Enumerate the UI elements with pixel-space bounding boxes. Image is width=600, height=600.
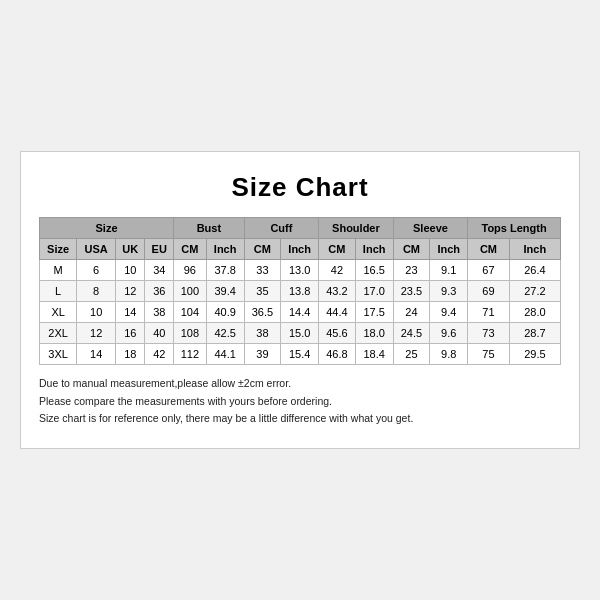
table-cell: 108 xyxy=(174,322,207,343)
table-cell: XL xyxy=(40,301,77,322)
table-cell: 44.1 xyxy=(206,343,244,364)
header-shoulder: Shoulder xyxy=(319,217,394,238)
table-row: M610349637.83313.04216.5239.16726.4 xyxy=(40,259,561,280)
table-cell: 18 xyxy=(116,343,145,364)
note-line: Due to manual measurement,please allow ±… xyxy=(39,375,561,393)
col-cuff-inch: Inch xyxy=(281,238,319,259)
table-cell: 29.5 xyxy=(509,343,560,364)
table-cell: 26.4 xyxy=(509,259,560,280)
table-cell: 10 xyxy=(77,301,116,322)
table-cell: 17.0 xyxy=(355,280,393,301)
table-cell: 17.5 xyxy=(355,301,393,322)
table-cell: 37.8 xyxy=(206,259,244,280)
table-cell: 42.5 xyxy=(206,322,244,343)
table-cell: 3XL xyxy=(40,343,77,364)
table-cell: 9.8 xyxy=(430,343,468,364)
table-cell: 36.5 xyxy=(244,301,280,322)
table-cell: 24.5 xyxy=(393,322,429,343)
table-cell: 13.8 xyxy=(281,280,319,301)
table-cell: 39 xyxy=(244,343,280,364)
col-eu: EU xyxy=(145,238,174,259)
table-cell: 67 xyxy=(468,259,510,280)
table-cell: 42 xyxy=(145,343,174,364)
col-usa: USA xyxy=(77,238,116,259)
table-cell: 18.4 xyxy=(355,343,393,364)
table-cell: 14 xyxy=(116,301,145,322)
table-cell: 14 xyxy=(77,343,116,364)
table-cell: 112 xyxy=(174,343,207,364)
header-bust: Bust xyxy=(174,217,245,238)
table-cell: 9.3 xyxy=(430,280,468,301)
table-cell: 40.9 xyxy=(206,301,244,322)
table-cell: 24 xyxy=(393,301,429,322)
table-cell: 100 xyxy=(174,280,207,301)
header-cuff: Cuff xyxy=(244,217,319,238)
table-row: 2XL12164010842.53815.045.618.024.59.6732… xyxy=(40,322,561,343)
table-cell: 13.0 xyxy=(281,259,319,280)
col-uk: UK xyxy=(116,238,145,259)
table-cell: 23.5 xyxy=(393,280,429,301)
table-body: M610349637.83313.04216.5239.16726.4L8123… xyxy=(40,259,561,364)
table-cell: 27.2 xyxy=(509,280,560,301)
table-cell: 43.2 xyxy=(319,280,355,301)
table-cell: 9.1 xyxy=(430,259,468,280)
table-cell: 6 xyxy=(77,259,116,280)
header-sleeve: Sleeve xyxy=(393,217,468,238)
table-cell: 10 xyxy=(116,259,145,280)
table-cell: 16 xyxy=(116,322,145,343)
table-cell: 40 xyxy=(145,322,174,343)
col-shoulder-inch: Inch xyxy=(355,238,393,259)
table-cell: 25 xyxy=(393,343,429,364)
table-cell: 9.4 xyxy=(430,301,468,322)
size-table: Size Bust Cuff Shoulder Sleeve Tops Leng… xyxy=(39,217,561,365)
col-bust-inch: Inch xyxy=(206,238,244,259)
table-cell: 16.5 xyxy=(355,259,393,280)
table-cell: 96 xyxy=(174,259,207,280)
table-row: 3XL14184211244.13915.446.818.4259.87529.… xyxy=(40,343,561,364)
size-chart-card: Size Chart Size Bust Cuff Shoulder Sleev… xyxy=(20,151,580,450)
col-sleeve-inch: Inch xyxy=(430,238,468,259)
table-cell: 23 xyxy=(393,259,429,280)
header-row-1: Size Bust Cuff Shoulder Sleeve Tops Leng… xyxy=(40,217,561,238)
table-cell: 39.4 xyxy=(206,280,244,301)
col-shoulder-cm: CM xyxy=(319,238,355,259)
table-cell: 38 xyxy=(244,322,280,343)
table-cell: 12 xyxy=(77,322,116,343)
table-cell: 2XL xyxy=(40,322,77,343)
table-cell: 12 xyxy=(116,280,145,301)
table-cell: 42 xyxy=(319,259,355,280)
table-cell: 18.0 xyxy=(355,322,393,343)
col-sleeve-cm: CM xyxy=(393,238,429,259)
table-cell: 71 xyxy=(468,301,510,322)
col-size: Size xyxy=(40,238,77,259)
header-size: Size xyxy=(40,217,174,238)
table-cell: 28.0 xyxy=(509,301,560,322)
header-row-2: Size USA UK EU CM Inch CM Inch CM Inch C… xyxy=(40,238,561,259)
page-title: Size Chart xyxy=(39,172,561,203)
note-line: Please compare the measurements with you… xyxy=(39,393,561,411)
table-cell: 69 xyxy=(468,280,510,301)
table-cell: 33 xyxy=(244,259,280,280)
table-cell: 35 xyxy=(244,280,280,301)
note-line: Size chart is for reference only, there … xyxy=(39,410,561,428)
table-cell: 44.4 xyxy=(319,301,355,322)
table-cell: M xyxy=(40,259,77,280)
table-cell: 34 xyxy=(145,259,174,280)
table-cell: 8 xyxy=(77,280,116,301)
table-cell: 9.6 xyxy=(430,322,468,343)
table-cell: 73 xyxy=(468,322,510,343)
col-cuff-cm: CM xyxy=(244,238,280,259)
header-tops-length: Tops Length xyxy=(468,217,561,238)
col-bust-cm: CM xyxy=(174,238,207,259)
table-cell: 46.8 xyxy=(319,343,355,364)
table-cell: 38 xyxy=(145,301,174,322)
col-tops-inch: Inch xyxy=(509,238,560,259)
notes-section: Due to manual measurement,please allow ±… xyxy=(39,375,561,429)
table-cell: 15.4 xyxy=(281,343,319,364)
table-cell: 28.7 xyxy=(509,322,560,343)
table-cell: 75 xyxy=(468,343,510,364)
table-cell: 36 xyxy=(145,280,174,301)
table-cell: L xyxy=(40,280,77,301)
table-cell: 45.6 xyxy=(319,322,355,343)
table-cell: 15.0 xyxy=(281,322,319,343)
